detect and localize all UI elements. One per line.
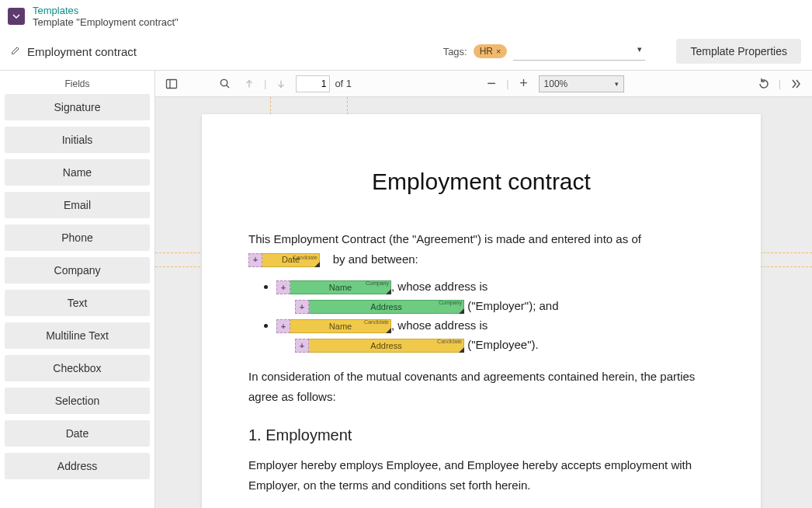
placeholder-name-candidate[interactable]: + NameCandidate: [276, 319, 391, 333]
doc-intro: This Employment Contract (the "Agreement…: [248, 229, 714, 269]
document-viewer: | of 1 − | + 100% ▾ |: [155, 71, 812, 508]
plus-icon[interactable]: +: [276, 280, 290, 294]
doc-consideration: In consideration of the mutual covenants…: [248, 367, 714, 406]
template-name: Employment contract: [27, 45, 137, 58]
search-icon[interactable]: [214, 74, 234, 94]
plus-icon[interactable]: +: [276, 319, 290, 333]
fields-sidebar: Fields Signature Initials Name Email Pho…: [0, 71, 155, 508]
zoom-select[interactable]: 100% ▾: [539, 75, 624, 92]
page-canvas[interactable]: Employment contract This Employment Cont…: [155, 97, 812, 508]
field-multiline-text[interactable]: Multiline Text: [5, 322, 150, 349]
pencil-icon: [11, 45, 21, 57]
plus-icon[interactable]: +: [248, 253, 262, 267]
placeholder-date-candidate[interactable]: + DateCandidate: [248, 253, 320, 267]
field-phone[interactable]: Phone: [5, 224, 150, 251]
field-initials[interactable]: Initials: [5, 127, 150, 153]
edit-bar: Employment contract Tags: HR × Template …: [0, 33, 812, 71]
section-1-body: Employer hereby employs Employee, and Em…: [248, 455, 714, 495]
svg-rect-0: [167, 79, 177, 88]
page-subtitle: Template "Employment contract": [33, 16, 179, 28]
app-icon[interactable]: [8, 8, 25, 25]
arrow-down-icon[interactable]: [271, 74, 291, 94]
page-of-label: of 1: [335, 78, 352, 89]
field-name[interactable]: Name: [5, 159, 150, 186]
page-number-input[interactable]: [296, 75, 330, 92]
party-employer: + NameCompany , whose address is + Addre…: [276, 280, 714, 314]
top-bar: Templates Template "Employment contract": [0, 0, 812, 33]
zoom-out-icon[interactable]: −: [481, 74, 501, 94]
sidebar-header: Fields: [5, 75, 150, 94]
party-employee: + NameCandidate , whose address is + Add…: [276, 318, 714, 353]
field-text[interactable]: Text: [5, 290, 150, 316]
field-email[interactable]: Email: [5, 192, 150, 218]
template-name-edit[interactable]: Employment contract: [11, 45, 137, 58]
tag-chip-hr[interactable]: HR ×: [474, 44, 508, 58]
tags-dropdown[interactable]: [513, 42, 645, 61]
document-page: Employment contract This Employment Cont…: [202, 114, 761, 508]
rotate-icon[interactable]: [754, 74, 774, 94]
field-signature[interactable]: Signature: [5, 94, 150, 120]
arrow-up-icon[interactable]: [239, 74, 259, 94]
tags-label: Tags:: [443, 46, 467, 57]
field-date[interactable]: Date: [5, 420, 150, 447]
plus-icon[interactable]: +: [295, 300, 309, 314]
field-company[interactable]: Company: [5, 257, 150, 284]
tags-area: Tags: HR ×: [443, 42, 646, 61]
placeholder-address-candidate[interactable]: + AddressCandidate: [295, 339, 464, 353]
field-address[interactable]: Address: [5, 453, 150, 479]
plus-icon[interactable]: +: [295, 339, 309, 353]
section-1-header: 1. Employment: [248, 426, 714, 444]
zoom-in-icon[interactable]: +: [514, 74, 534, 94]
doc-title: Employment contract: [248, 169, 714, 195]
more-icon[interactable]: [786, 74, 806, 94]
breadcrumb-titles: Templates Template "Employment contract": [33, 5, 179, 28]
placeholder-name-company[interactable]: + NameCompany: [276, 280, 391, 294]
template-properties-button[interactable]: Template Properties: [676, 39, 801, 64]
field-selection[interactable]: Selection: [5, 388, 150, 414]
zoom-value: 100%: [544, 78, 568, 89]
placeholder-address-company[interactable]: + AddressCompany: [295, 300, 464, 314]
sidebar-toggle-icon[interactable]: [161, 74, 182, 94]
field-checkbox[interactable]: Checkbox: [5, 355, 150, 381]
close-icon[interactable]: ×: [496, 47, 501, 56]
chevron-down-icon: ▾: [615, 80, 619, 88]
breadcrumb[interactable]: Templates: [33, 5, 179, 16]
viewer-toolbar: | of 1 − | + 100% ▾ |: [155, 71, 812, 97]
svg-point-2: [220, 79, 227, 85]
svg-line-3: [226, 85, 228, 88]
tag-label: HR: [480, 46, 493, 57]
